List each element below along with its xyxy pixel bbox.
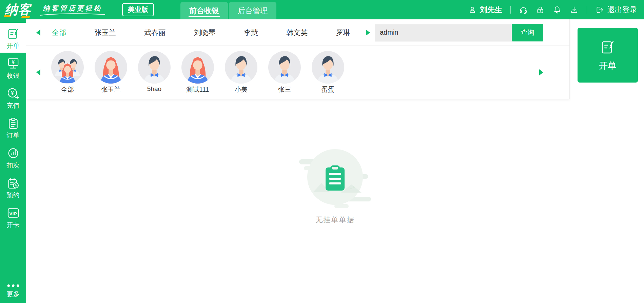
avatar-scroll-left-arrow-icon[interactable] — [36, 69, 40, 75]
billing-pad-icon — [600, 39, 616, 56]
staff-tab-row: 全部 张玉兰 武春丽 刘晓琴 李慧 韩文英 罗琳 查询 — [26, 19, 569, 46]
app-logo: 纳客 — [5, 0, 31, 19]
more-dots-icon — [6, 283, 21, 289]
logo-text: 纳客 — [5, 2, 31, 17]
staff-avatar[interactable]: 张玉兰 — [89, 51, 133, 94]
avatar — [312, 51, 344, 84]
staff-tab[interactable]: 张玉兰 — [95, 28, 116, 37]
staff-tab[interactable]: 韩文英 — [286, 28, 308, 37]
staff-avatar[interactable]: 蛋蛋 — [306, 51, 350, 94]
main-content: 全部 张玉兰 武春丽 刘晓琴 李慧 韩文英 罗琳 查询 全部 — [26, 19, 644, 303]
staff-avatar[interactable]: 张三 — [263, 51, 306, 94]
sidebar: 开单 ¥ 收银 ¥ 充值 订单 — [0, 19, 26, 303]
avatar — [181, 51, 214, 84]
bell-icon[interactable] — [553, 5, 562, 14]
logout-label: 退出登录 — [607, 5, 637, 15]
sidebar-item-orders[interactable]: 订单 — [0, 112, 26, 142]
current-user[interactable]: 刘先生 — [468, 5, 502, 15]
cashier-icon: ¥ — [6, 57, 20, 70]
clipboard-empty-icon — [299, 146, 371, 210]
lock-icon[interactable] — [536, 5, 545, 14]
svg-text:VIP: VIP — [9, 211, 17, 216]
staff-tab[interactable]: 罗琳 — [336, 28, 350, 37]
sidebar-item-cashier[interactable]: ¥ 收银 — [0, 53, 26, 83]
avatar-scroll-right-arrow-icon[interactable] — [539, 69, 543, 75]
vip-card-icon: VIP — [6, 206, 20, 220]
staff-avatar-list: 全部 张玉兰 5hao 测试111 小美 — [46, 51, 350, 94]
download-icon[interactable] — [570, 5, 579, 14]
staff-tabs: 全部 张玉兰 武春丽 刘晓琴 李慧 韩文英 罗琳 — [52, 28, 350, 37]
topbar: 纳客 纳客管店更轻松 美业版 前台收银 后台管理 刘先生 — [0, 0, 644, 19]
slogan-underline-flourish — [39, 13, 106, 16]
sidebar-item-deduct-count[interactable]: 扣次 — [0, 142, 26, 172]
edition-badge[interactable]: 美业版 — [122, 3, 154, 16]
billing-pad-icon — [6, 27, 20, 40]
user-icon — [468, 5, 477, 14]
divider — [510, 6, 511, 14]
headset-icon[interactable] — [519, 5, 528, 14]
sidebar-item-billing[interactable]: 开单 — [0, 23, 26, 53]
orders-icon — [6, 117, 20, 130]
appointment-icon — [6, 176, 20, 190]
search-button[interactable]: 查询 — [512, 24, 543, 41]
group-avatar — [51, 51, 84, 84]
staff-tab-all[interactable]: 全部 — [52, 28, 66, 37]
deduct-count-icon — [6, 146, 20, 160]
staff-avatar[interactable]: 测试111 — [176, 51, 219, 94]
staff-avatar-row: 全部 张玉兰 5hao 测试111 小美 — [26, 46, 569, 99]
sidebar-item-appointment[interactable]: 预约 — [0, 172, 26, 202]
avatar — [138, 51, 171, 84]
divider — [587, 6, 587, 14]
scroll-right-arrow-icon[interactable] — [366, 30, 370, 36]
topbar-tabs: 前台收银 后台管理 — [180, 2, 276, 19]
tab-front-cashier[interactable]: 前台收银 — [180, 2, 228, 19]
svg-text:¥: ¥ — [11, 90, 14, 96]
sidebar-item-vip-card[interactable]: VIP 开卡 — [0, 202, 26, 232]
svg-text:¥: ¥ — [12, 59, 15, 65]
staff-tab[interactable]: 武春丽 — [144, 28, 165, 37]
empty-state-message: 无挂单单据 — [316, 215, 355, 225]
logout-icon — [595, 5, 604, 14]
user-name: 刘先生 — [480, 5, 502, 15]
logout-button[interactable]: 退出登录 — [595, 5, 637, 15]
avatar — [225, 51, 257, 84]
staff-avatar[interactable]: 小美 — [219, 51, 263, 94]
staff-avatar[interactable]: 5hao — [133, 51, 176, 94]
avatar — [268, 51, 301, 84]
search-input[interactable] — [375, 24, 512, 41]
empty-state: 无挂单单据 — [299, 146, 371, 225]
staff-avatar-all[interactable]: 全部 — [46, 51, 89, 94]
search-group: 查询 — [375, 24, 543, 41]
avatar — [95, 51, 127, 84]
sidebar-item-recharge[interactable]: ¥ 充值 — [0, 83, 26, 112]
topbar-right-group: 刘先生 — [468, 5, 637, 15]
staff-panel: 全部 张玉兰 武春丽 刘晓琴 李慧 韩文英 罗琳 查询 全部 — [26, 19, 570, 99]
scroll-left-arrow-icon[interactable] — [36, 30, 40, 36]
recharge-icon: ¥ — [6, 87, 20, 100]
open-bill-button[interactable]: 开单 — [578, 28, 638, 83]
brand-slogan: 纳客管店更轻松 — [39, 4, 106, 16]
staff-tab[interactable]: 刘晓琴 — [194, 28, 215, 37]
staff-tab[interactable]: 李慧 — [244, 28, 258, 37]
tab-backend-admin[interactable]: 后台管理 — [229, 2, 276, 19]
sidebar-item-more[interactable]: 更多 — [0, 277, 26, 302]
